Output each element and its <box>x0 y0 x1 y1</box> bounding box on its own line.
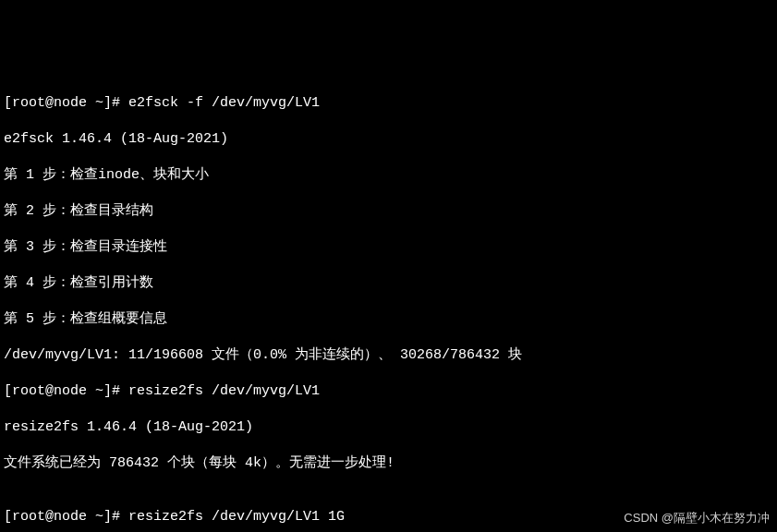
watermark-text: CSDN @隔壁小木在努力冲 <box>624 511 770 526</box>
terminal-line: 第 4 步：检查引用计数 <box>4 274 773 293</box>
terminal-line: 第 1 步：检查inode、块和大小 <box>4 166 773 185</box>
terminal-output: [root@node ~]# e2fsck -f /dev/myvg/LV1 e… <box>4 76 773 532</box>
terminal-line: 第 2 步：检查目录结构 <box>4 202 773 221</box>
terminal-line: 第 3 步：检查目录连接性 <box>4 238 773 257</box>
terminal-line: 第 5 步：检查组概要信息 <box>4 310 773 329</box>
terminal-line: resize2fs 1.46.4 (18-Aug-2021) <box>4 418 773 437</box>
terminal-line: /dev/myvg/LV1: 11/196608 文件（0.0% 为非连续的）、… <box>4 346 773 365</box>
terminal-line: 文件系统已经为 786432 个块（每块 4k）。无需进一步处理! <box>4 454 773 473</box>
terminal-line: [root@node ~]# resize2fs /dev/myvg/LV1 <box>4 382 773 401</box>
terminal-line: e2fsck 1.46.4 (18-Aug-2021) <box>4 130 773 149</box>
terminal-line: [root@node ~]# e2fsck -f /dev/myvg/LV1 <box>4 94 773 113</box>
